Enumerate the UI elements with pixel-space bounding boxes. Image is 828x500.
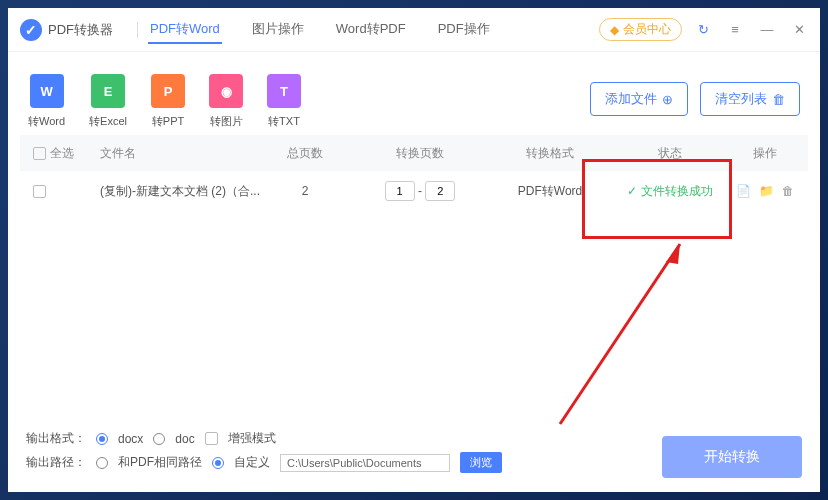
path-input[interactable]: C:\Users\Public\Documents <box>280 454 450 472</box>
button-label: 添加文件 <box>605 90 657 108</box>
output-format-label: 输出格式： <box>26 430 86 447</box>
menu-icon[interactable]: ≡ <box>726 21 744 39</box>
radio-docx[interactable] <box>96 433 108 445</box>
col-ops: 操作 <box>730 145 800 162</box>
arrow-annotation <box>540 224 720 444</box>
ppt-icon: P <box>151 74 185 108</box>
table-row: (复制)-新建文本文档 (2)（合... 2 - PDF转Word ✓文件转换成… <box>20 171 808 211</box>
divider <box>137 22 138 38</box>
close-icon[interactable]: ✕ <box>790 21 808 39</box>
page-from-input[interactable] <box>385 181 415 201</box>
radio-doc[interactable] <box>153 433 165 445</box>
logo-icon: ✓ <box>20 19 42 41</box>
diamond-icon: ◆ <box>610 23 619 37</box>
image-icon: ◉ <box>209 74 243 108</box>
clear-list-button[interactable]: 清空列表🗑 <box>700 82 800 116</box>
tab-pdf-to-word[interactable]: PDF转Word <box>148 16 222 44</box>
format-ppt[interactable]: P转PPT <box>151 74 185 129</box>
radio-label: doc <box>175 432 194 446</box>
window-controls: ↻ ≡ — ✕ <box>694 21 808 39</box>
browse-button[interactable]: 浏览 <box>460 452 502 473</box>
check-circle-icon: ✓ <box>627 184 637 198</box>
tab-pdf-ops[interactable]: PDF操作 <box>436 16 492 44</box>
cell-status: ✓文件转换成功 <box>610 183 730 200</box>
svg-marker-1 <box>666 244 680 264</box>
col-format: 转换格式 <box>490 145 610 162</box>
refresh-icon[interactable]: ↻ <box>694 21 712 39</box>
svg-line-0 <box>560 244 680 424</box>
app-logo: ✓ PDF转换器 <box>20 19 113 41</box>
table-header: 全选 文件名 总页数 转换页数 转换格式 状态 操作 <box>20 135 808 171</box>
format-label: 转TXT <box>268 115 300 127</box>
trash-icon: 🗑 <box>772 92 785 107</box>
format-label: 转Word <box>28 115 65 127</box>
row-checkbox[interactable] <box>33 185 46 198</box>
format-image[interactable]: ◉转图片 <box>209 74 243 129</box>
radio-label: 和PDF相同路径 <box>118 454 202 471</box>
col-select: 全选 <box>50 145 100 162</box>
page-to-input[interactable] <box>425 181 455 201</box>
delete-row-icon[interactable]: 🗑 <box>782 184 794 198</box>
tab-image-ops[interactable]: 图片操作 <box>250 16 306 44</box>
tab-word-to-pdf[interactable]: Word转PDF <box>334 16 408 44</box>
vip-button[interactable]: ◆ 会员中心 <box>599 18 682 41</box>
app-window: ✓ PDF转换器 PDF转Word 图片操作 Word转PDF PDF操作 ◆ … <box>8 8 820 492</box>
format-word[interactable]: W转Word <box>28 74 65 129</box>
app-title: PDF转换器 <box>48 21 113 39</box>
plus-icon: ⊕ <box>662 92 673 107</box>
format-label: 转图片 <box>210 115 243 127</box>
col-convert-pages: 转换页数 <box>350 145 490 162</box>
enhanced-mode-checkbox[interactable] <box>205 432 218 445</box>
open-file-icon[interactable]: 📄 <box>736 184 751 198</box>
start-convert-button[interactable]: 开始转换 <box>662 436 802 478</box>
format-excel[interactable]: E转Excel <box>89 74 127 129</box>
select-all-checkbox[interactable] <box>33 147 46 160</box>
cell-ops: 📄 📁 🗑 <box>730 184 800 198</box>
checkbox-label: 增强模式 <box>228 430 276 447</box>
status-text: 文件转换成功 <box>641 183 713 200</box>
radio-same-path[interactable] <box>96 457 108 469</box>
titlebar: ✓ PDF转换器 PDF转Word 图片操作 Word转PDF PDF操作 ◆ … <box>8 8 820 52</box>
add-file-button[interactable]: 添加文件⊕ <box>590 82 688 116</box>
cell-format: PDF转Word <box>490 183 610 200</box>
main-tabs: PDF转Word 图片操作 Word转PDF PDF操作 <box>148 16 599 44</box>
content-area: W转Word E转Excel P转PPT ◉转图片 T转TXT 添加文件⊕ 清空… <box>20 64 808 403</box>
radio-label: docx <box>118 432 143 446</box>
col-filename: 文件名 <box>100 145 260 162</box>
format-label: 转PPT <box>152 115 184 127</box>
footer: 输出格式： docx doc 增强模式 输出路径： 和PDF相同路径 自定义 C… <box>8 415 820 492</box>
cell-filename: (复制)-新建文本文档 (2)（合... <box>100 183 260 200</box>
top-actions: 添加文件⊕ 清空列表🗑 <box>590 82 800 116</box>
col-status: 状态 <box>610 145 730 162</box>
output-path-label: 输出路径： <box>26 454 86 471</box>
excel-icon: E <box>91 74 125 108</box>
minimize-icon[interactable]: — <box>758 21 776 39</box>
format-txt[interactable]: T转TXT <box>267 74 301 129</box>
cell-page-range: - <box>350 181 490 201</box>
radio-custom-path[interactable] <box>212 457 224 469</box>
radio-label: 自定义 <box>234 454 270 471</box>
word-icon: W <box>30 74 64 108</box>
format-label: 转Excel <box>89 115 127 127</box>
cell-pages: 2 <box>260 184 350 198</box>
open-folder-icon[interactable]: 📁 <box>759 184 774 198</box>
button-label: 清空列表 <box>715 90 767 108</box>
vip-label: 会员中心 <box>623 21 671 38</box>
col-total-pages: 总页数 <box>260 145 350 162</box>
txt-icon: T <box>267 74 301 108</box>
